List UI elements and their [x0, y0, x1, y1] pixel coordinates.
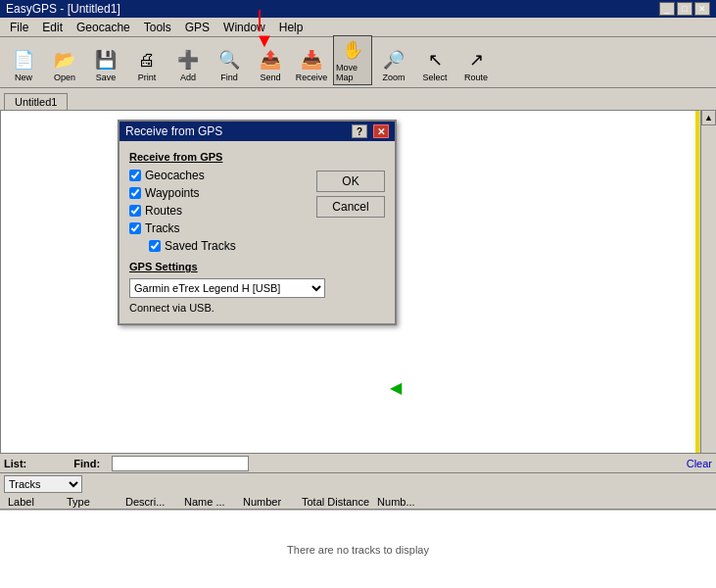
column-headers: Label Type Descri... Name ... Number Tot…	[0, 495, 716, 510]
route-icon: ↗	[464, 48, 488, 72]
connect-text: Connect via USB.	[129, 302, 385, 314]
title-bar: EasyGPS - [Untitled1] _ □ ✕	[0, 0, 716, 18]
movemap-label: Move Map	[336, 63, 369, 82]
select-label: Select	[422, 73, 447, 82]
select-button[interactable]: ↖ Select	[415, 45, 454, 85]
print-label: Print	[138, 73, 157, 82]
menu-item-file[interactable]: File	[4, 20, 34, 35]
tracks-checkbox-row: Tracks	[129, 221, 385, 235]
waypoints-label: Waypoints	[145, 186, 200, 200]
add-label: Add	[180, 73, 196, 82]
send-label: Send	[260, 73, 280, 82]
bottom-toolbar: List: Find: Clear	[0, 454, 716, 473]
menu-item-edit[interactable]: Edit	[36, 20, 69, 35]
gps-dropdown-row: Garmin eTrex Legend H [USB]	[129, 278, 385, 298]
close-button[interactable]: ✕	[694, 2, 710, 16]
find-input[interactable]	[112, 456, 249, 471]
col-descri: Descri...	[121, 496, 180, 508]
scroll-up-button[interactable]: ▲	[701, 110, 716, 125]
menu-bar: File Edit Geocache Tools GPS Window Help	[0, 18, 716, 37]
new-label: New	[15, 73, 32, 82]
cancel-button[interactable]: Cancel	[316, 196, 385, 218]
find-icon: 🔍	[217, 48, 241, 72]
col-total-distance: Total Distance	[298, 496, 373, 508]
open-icon: 📂	[53, 48, 76, 72]
open-button[interactable]: 📂 Open	[45, 45, 84, 85]
tracks-checkbox[interactable]	[129, 222, 141, 234]
col-number: Number	[239, 496, 298, 508]
menu-item-help[interactable]: Help	[273, 20, 310, 35]
toolbar: 📄 New 📂 Open 💾 Save 🖨 Print ➕ Add 🔍 Find…	[0, 37, 716, 88]
tracks-label: Tracks	[145, 221, 180, 235]
receive-button[interactable]: 📥 Receive	[292, 45, 331, 85]
new-button[interactable]: 📄 New	[4, 45, 43, 85]
menu-item-gps[interactable]: GPS	[179, 20, 215, 35]
gps-settings-section: GPS Settings Garmin eTrex Legend H [USB]…	[129, 261, 385, 314]
add-icon: ➕	[176, 48, 200, 72]
saved-tracks-checkbox-row: Saved Tracks	[149, 239, 385, 253]
routes-label: Routes	[145, 204, 182, 218]
receive-section-label: Receive from GPS	[129, 151, 385, 163]
bottom-panel: List: Find: Clear Tracks Waypoints Route…	[0, 453, 716, 588]
maximize-button[interactable]: □	[677, 2, 692, 16]
send-button[interactable]: 📤 Send	[251, 45, 290, 85]
receive-icon: 📥	[300, 48, 323, 72]
menu-item-window[interactable]: Window	[217, 20, 271, 35]
menu-item-geocache[interactable]: Geocache	[71, 20, 136, 35]
find-button[interactable]: 🔍 Find	[210, 45, 249, 85]
list-type-dropdown[interactable]: Tracks Waypoints Routes Geocaches	[4, 475, 82, 493]
print-icon: 🖨	[135, 48, 159, 72]
modal-buttons: OK Cancel	[316, 171, 385, 218]
list-dropdown-row: Tracks Waypoints Routes Geocaches	[0, 473, 716, 495]
print-button[interactable]: 🖨 Print	[127, 45, 167, 85]
modal-content: OK Cancel Receive from GPS Geocaches Way…	[119, 141, 395, 323]
find-label: Find	[220, 73, 238, 82]
waypoints-checkbox[interactable]	[129, 187, 141, 199]
modal-titlebar: Receive from GPS ? ✕	[119, 122, 395, 141]
tab-bar: Untitled1	[0, 88, 716, 110]
routes-checkbox[interactable]	[129, 205, 141, 217]
send-icon: 📤	[259, 48, 282, 72]
saved-tracks-label: Saved Tracks	[165, 239, 236, 253]
col-label: Label	[4, 496, 63, 508]
select-icon: ↖	[423, 48, 447, 72]
list-label: List:	[4, 458, 26, 469]
add-button[interactable]: ➕ Add	[168, 45, 208, 85]
col-name: Name ...	[180, 496, 239, 508]
route-label: Route	[464, 73, 488, 82]
saved-tracks-checkbox[interactable]	[149, 240, 161, 252]
empty-message: There are no tracks to display	[287, 544, 429, 556]
route-button[interactable]: ↗ Route	[456, 45, 496, 85]
gps-device-dropdown[interactable]: Garmin eTrex Legend H [USB]	[129, 278, 325, 298]
modal-help-button[interactable]: ?	[352, 124, 367, 138]
save-icon: 💾	[94, 48, 118, 72]
geocaches-checkbox[interactable]	[129, 170, 141, 181]
gps-settings-label: GPS Settings	[129, 261, 385, 272]
movemap-icon: ✋	[341, 38, 364, 62]
geocaches-label: Geocaches	[145, 169, 205, 182]
menu-item-tools[interactable]: Tools	[138, 20, 177, 35]
ok-button[interactable]: OK	[316, 171, 385, 192]
zoom-icon: 🔎	[382, 48, 406, 72]
zoom-label: Zoom	[382, 73, 405, 82]
save-button[interactable]: 💾 Save	[86, 45, 125, 85]
receive-label: Receive	[296, 73, 328, 82]
app-title: EasyGPS - [Untitled1]	[6, 2, 120, 16]
modal-close-button[interactable]: ✕	[373, 124, 389, 138]
document-tab[interactable]: Untitled1	[4, 93, 68, 110]
new-icon: 📄	[12, 48, 35, 72]
open-label: Open	[54, 73, 75, 82]
receive-gps-dialog: Receive from GPS ? ✕ OK Cancel Receive f…	[118, 120, 397, 325]
save-label: Save	[96, 73, 117, 82]
zoom-button[interactable]: 🔎 Zoom	[374, 45, 413, 85]
modal-title: Receive from GPS	[125, 124, 222, 138]
minimize-button[interactable]: _	[659, 2, 675, 16]
clear-button[interactable]: Clear	[687, 458, 712, 469]
col-numb: Numb...	[373, 496, 432, 508]
find-label: Find:	[73, 458, 100, 469]
movemap-button[interactable]: ✋ Move Map	[333, 35, 372, 85]
col-type: Type	[63, 496, 121, 508]
list-content: There are no tracks to display	[0, 510, 716, 588]
